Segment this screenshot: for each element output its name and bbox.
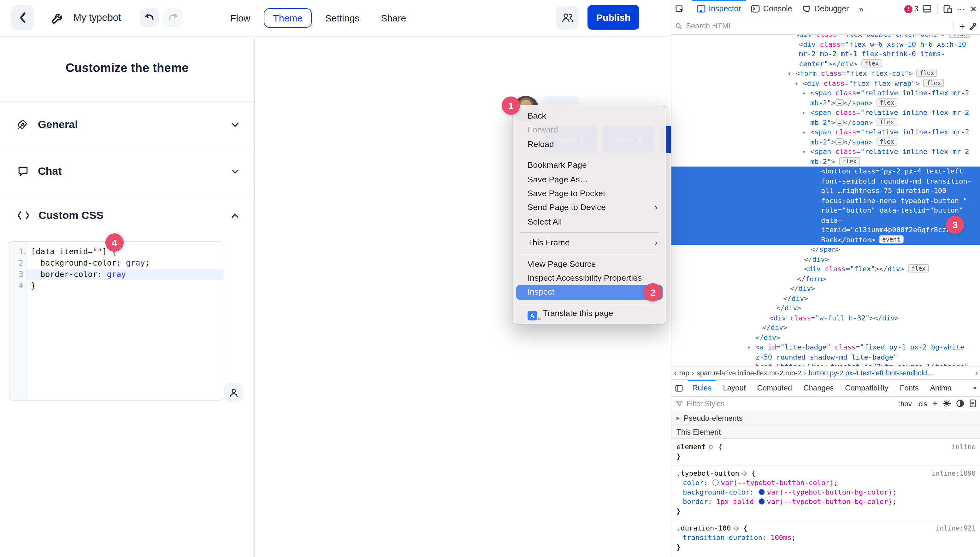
tree-node[interactable]: </div> [672,284,980,294]
rule-source-link[interactable]: inline [952,442,975,452]
menu-item-inspect[interactable]: Inspect [516,285,663,300]
close-devtools-icon[interactable]: ✕ [970,4,977,13]
css-rule-typebot-button[interactable]: .typebot-button {inline:1090color: var(-… [672,466,980,520]
tree-node[interactable]: mb-2">…</span>flex [672,118,980,127]
menu-item-inspect-accessibility-properties[interactable]: Inspect Accessibility Properties [513,271,666,285]
error-count-button[interactable]: ! 3 [904,5,918,13]
panel-tabs-overflow-icon[interactable]: ▼ [972,385,980,391]
flex-badge[interactable]: flex [877,137,897,145]
flex-badge[interactable]: flex [861,59,882,67]
tree-node[interactable]: ▶<span class="relative inline-flex mr-2 [672,88,980,98]
flex-badge[interactable]: flex [949,35,970,38]
tree-node[interactable]: mr-2 mb-2 mt-1 flex-shrink-0 items- [672,49,980,59]
publish-button[interactable]: Publish [587,5,639,29]
rule-declaration[interactable]: background-color: var(--typebot-button-b… [677,488,975,497]
tree-node[interactable]: ▼<form class="flex flex-col">flex [672,69,980,78]
tree-node[interactable]: href="https://www.typebot.io/?utm_source… [672,362,980,366]
tree-node[interactable]: </div> [672,333,980,342]
flex-badge[interactable]: flex [877,98,897,106]
twisty-right-icon[interactable]: ▶ [748,343,750,353]
css-rule-element[interactable]: element {inline} [672,439,980,466]
nav-tab-share[interactable]: Share [373,8,414,28]
inspector-breadcrumb[interactable]: ‹rap›span.relative.inline-flex.mr-2.mb-2… [672,366,980,380]
collapsed-children-icon[interactable]: … [835,118,844,125]
event-badge[interactable]: event [879,235,903,243]
panel-tab-fonts[interactable]: Fonts [894,380,925,396]
tree-node[interactable]: <div class="flex"></div>flex [672,264,980,274]
tree-node[interactable]: center"></div>flex [672,59,980,69]
flex-badge[interactable]: flex [923,78,944,87]
color-swatch[interactable] [758,489,765,495]
light-theme-icon[interactable] [943,399,951,407]
breadcrumb-item[interactable]: button.py-2.px-4.text-left.font-semibold… [809,369,934,376]
tree-node[interactable]: </div> [672,294,980,303]
panel-tab-computed[interactable]: Computed [751,380,797,396]
collaborators-button[interactable] [556,6,579,29]
flex-badge[interactable]: flex [877,118,897,126]
nav-tab-flow[interactable]: Flow [222,8,258,28]
devtools-tab-console[interactable]: Console [746,0,797,18]
devtools-tab-inspector[interactable]: Inspector [691,0,746,18]
tree-node[interactable]: mb-2">…</span>flex [672,137,980,147]
split-console-icon[interactable] [923,5,931,13]
tree-node[interactable]: <div class="flex w-6 xs:w-10 h-6 xs:h-10 [672,39,980,49]
flex-badge[interactable]: flex [839,157,860,165]
breadcrumb-forward-icon[interactable]: › [975,368,978,378]
more-tools-chevron[interactable]: » [854,0,868,18]
typebot-title[interactable]: My typebot [73,12,121,23]
selected-node-button[interactable]: <button class="py-2 px-4 text-leftfont-s… [672,166,980,245]
panel-tab-anima[interactable]: Anima [925,380,957,396]
twisty-down-icon[interactable]: ▼ [795,79,797,89]
rule-declaration[interactable]: transition-duration: 100ms; [677,533,975,542]
filter-styles-row[interactable]: Filter Styles :hov .cls + [672,396,980,411]
tree-node[interactable]: ▶<a id="lite-badge" class="fixed py-1 px… [672,342,980,352]
back-button[interactable] [11,5,34,30]
add-rule-icon[interactable]: + [932,398,938,409]
responsive-mode-icon[interactable] [943,5,952,13]
pseudo-elements-row[interactable]: ▶ Pseudo-elements [672,411,980,425]
editor-line-3[interactable]: 3 border-color: gray [10,269,223,280]
meatball-menu-icon[interactable]: ⋯ [957,4,965,13]
rule-selector[interactable]: .duration-100 [677,524,731,533]
tree-node[interactable]: <div class="flex bubble enter done">flex [672,35,980,39]
add-node-icon[interactable]: + [959,21,965,31]
search-html-bar[interactable]: Search HTML + [672,18,980,35]
color-swatch[interactable] [758,498,765,505]
menu-item-bookmark-page[interactable]: Bookmark Page [513,158,666,173]
menu-item-select-all[interactable]: Select All [513,215,666,229]
panel-tab-changes[interactable]: Changes [797,380,839,396]
menu-item-this-frame[interactable]: This Frame› [513,236,666,250]
rule-source-link[interactable]: inline:1090 [932,469,975,478]
rule-declaration[interactable]: color: var(--typebot-button-color); [677,478,975,488]
tree-node[interactable]: <div class="w-full h-32"></div> [672,313,980,323]
devtools-tab-debugger[interactable]: Debugger [797,0,854,18]
rule-selector[interactable]: element [677,443,706,451]
tree-node[interactable]: z-50 rounded shadow-md lite-badge" [672,352,980,362]
menu-item-save-page-to-pocket[interactable]: Save Page to Pocket [513,187,666,201]
editor-line-2[interactable]: 2 background-color: gray; [10,257,223,269]
pick-element-button[interactable] [672,0,688,18]
menu-item-save-page-as-[interactable]: Save Page As… [513,173,666,187]
toggle-panes-button[interactable] [672,380,686,396]
redo-button[interactable] [163,8,183,27]
dom-tree[interactable]: <div class="flex bubble enter done">flex… [672,35,980,366]
twisty-right-icon[interactable]: ▶ [803,89,805,99]
tree-node[interactable]: </div> [672,254,980,264]
flex-badge[interactable]: flex [916,69,938,77]
contrast-icon[interactable] [956,399,964,407]
undo-button[interactable] [140,8,159,27]
breadcrumb-item[interactable]: rap [679,369,690,376]
tree-node[interactable]: mb-2">flex [672,157,980,166]
breadcrumb-item[interactable]: span.relative.inline-flex.mr-2.mb-2 [697,369,801,376]
menu-item-forward[interactable]: Forward [513,123,666,137]
custom-css-editor[interactable]: 1⌄[data-itemid=""] {2 background-color: … [9,241,223,401]
sidebar-section-chat[interactable]: Chat [0,148,254,194]
menu-item-send-page-to-device[interactable]: Send Page to Device› [513,201,666,215]
twisty-down-icon[interactable]: ▼ [803,148,805,157]
nav-tab-theme[interactable]: Theme [263,8,312,28]
collapsed-children-icon[interactable]: … [835,138,844,145]
css-rules-panel[interactable]: element {inline}.typebot-button {inline:… [672,439,980,557]
tree-node[interactable]: </div> [672,303,980,313]
avatar-toggle-button[interactable] [224,383,243,402]
twisty-down-icon[interactable]: ▼ [788,69,791,79]
